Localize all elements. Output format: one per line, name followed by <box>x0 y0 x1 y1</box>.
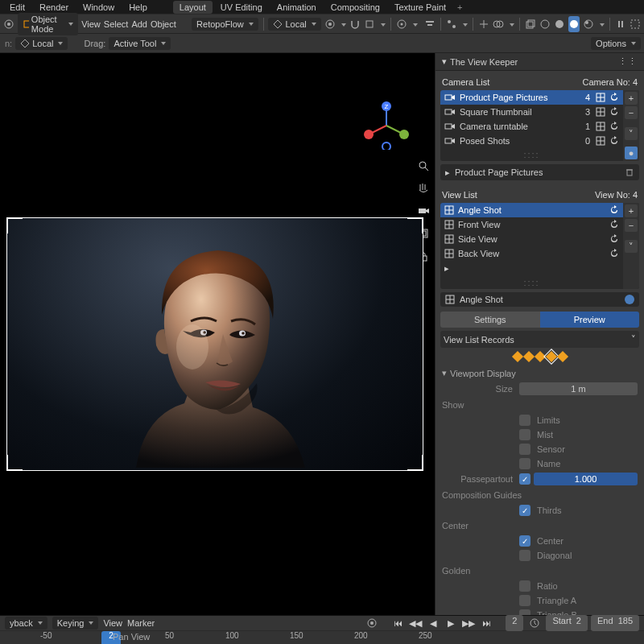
view-object-types-icon[interactable] <box>446 16 457 32</box>
camera-row[interactable]: Camera turntable1 <box>440 119 623 134</box>
play-reverse-icon[interactable]: ◀ <box>425 615 441 631</box>
next-key-icon[interactable]: ▶▶ <box>460 615 477 631</box>
play-icon[interactable]: ▸ <box>445 167 450 178</box>
add-button[interactable]: + <box>625 204 638 217</box>
autokey-icon[interactable] <box>364 615 380 631</box>
center-checkbox[interactable] <box>519 535 530 547</box>
shading-material-icon[interactable] <box>568 16 580 32</box>
current-frame-field[interactable]: 2 <box>506 615 523 631</box>
zoom-icon[interactable] <box>415 158 431 174</box>
active-dot[interactable] <box>625 295 634 304</box>
panel-menu-icon[interactable]: ⋮⋮ <box>618 56 638 67</box>
tab-preview[interactable]: Preview <box>540 312 640 328</box>
jump-end-icon[interactable]: ⏭ <box>478 615 494 631</box>
render-region-icon[interactable] <box>630 16 641 32</box>
workspace-compositing[interactable]: Compositing <box>324 1 386 14</box>
start-frame-field[interactable]: Start 2 <box>546 615 587 631</box>
list-grip[interactable]: :::: <box>440 148 623 161</box>
refresh-icon[interactable] <box>609 220 619 229</box>
view-row[interactable]: Back View <box>440 246 623 261</box>
passepartout-checkbox[interactable] <box>519 473 530 485</box>
size-field[interactable]: 1 m <box>519 382 638 395</box>
workspace-texturepaint[interactable]: Texture Paint <box>388 1 452 14</box>
refresh-icon[interactable] <box>609 136 619 146</box>
proportional-icon[interactable] <box>396 16 407 32</box>
drag-dropdown[interactable]: Active Tool <box>109 37 171 50</box>
end-frame-field[interactable]: End 185 <box>591 615 639 631</box>
thirds-checkbox[interactable] <box>519 505 530 516</box>
shading-wireframe-icon[interactable] <box>539 16 551 32</box>
view-row[interactable]: Angle Shot <box>440 203 623 217</box>
ratio-checkbox[interactable] <box>519 580 530 592</box>
specials-menu[interactable]: ˅ <box>625 127 638 140</box>
clock-icon[interactable] <box>526 615 543 631</box>
list-grip[interactable]: :::: <box>440 276 623 289</box>
pan-icon[interactable] <box>415 180 431 196</box>
filter-icon[interactable] <box>424 16 436 32</box>
mode-dropdown[interactable]: Object Mode <box>18 13 78 35</box>
camera-row[interactable]: Product Page Pictures4 <box>440 90 623 105</box>
retopoflow-dropdown[interactable]: RetopoFlow <box>192 18 258 31</box>
tab-settings[interactable]: Settings <box>440 312 540 328</box>
keyframe[interactable] <box>556 351 568 362</box>
refresh-icon[interactable] <box>609 107 619 117</box>
prev-key-icon[interactable]: ◀◀ <box>407 615 423 631</box>
keyframe[interactable] <box>534 351 545 362</box>
xray-icon[interactable] <box>524 16 535 32</box>
shading-solid-icon[interactable] <box>554 16 565 32</box>
refresh-icon[interactable] <box>609 93 619 102</box>
navigation-gizmo[interactable]: Z <box>362 101 411 150</box>
diagonal-checkbox[interactable] <box>519 550 530 561</box>
camera-row[interactable]: Square Thumbnail3 <box>440 105 623 119</box>
gizmos-icon[interactable] <box>478 16 489 32</box>
viewport-3d[interactable]: Z <box>0 53 435 615</box>
camera-row[interactable]: Posed Shots0 <box>440 134 623 148</box>
remove-button[interactable]: − <box>625 219 638 232</box>
shading-rendered-icon[interactable] <box>583 16 594 32</box>
workspace-layout[interactable]: Layout <box>173 1 213 14</box>
keyframe[interactable] <box>522 351 534 362</box>
view-menu[interactable]: View <box>81 19 101 29</box>
mist-checkbox[interactable] <box>519 429 530 440</box>
triangle-b-checkbox[interactable] <box>519 609 530 615</box>
keying-dropdown[interactable]: Keying <box>52 617 99 630</box>
timeline-marker-menu[interactable]: Marker <box>127 618 155 628</box>
snap-target-icon[interactable] <box>364 16 375 32</box>
viewport-display-header[interactable]: ▾ Viewport Display <box>440 365 639 381</box>
refresh-icon[interactable] <box>609 122 619 131</box>
refresh-icon[interactable] <box>609 234 619 244</box>
records-header[interactable]: View List Records˅ <box>440 331 639 348</box>
specials-menu[interactable]: ˅ <box>625 240 638 253</box>
refresh-icon[interactable] <box>609 249 619 258</box>
pivot-icon[interactable] <box>324 16 336 32</box>
orientation-dropdown[interactable]: Local <box>268 18 320 31</box>
menu-render[interactable]: Render <box>33 1 75 14</box>
jump-start-icon[interactable]: ⏮ <box>390 615 406 631</box>
orient2-dropdown[interactable]: Local <box>15 37 68 50</box>
workspace-animation[interactable]: Animation <box>270 1 323 14</box>
keyframe[interactable] <box>511 351 522 362</box>
camera-view-icon[interactable] <box>415 203 431 219</box>
editor-type-icon[interactable] <box>3 16 14 32</box>
record-dot[interactable]: ● <box>625 147 638 159</box>
view-row[interactable]: Front View <box>440 217 623 232</box>
view-row[interactable]: Side View <box>440 232 623 246</box>
trash-icon[interactable] <box>625 167 634 178</box>
name-checkbox[interactable] <box>519 458 530 469</box>
play-icon[interactable]: ▶ <box>443 615 459 631</box>
overlays-icon[interactable] <box>493 16 504 32</box>
add-menu[interactable]: Add <box>131 19 147 29</box>
keyframe[interactable] <box>545 351 556 362</box>
add-button[interactable]: + <box>625 92 638 105</box>
add-workspace-button[interactable]: + <box>457 2 462 12</box>
passepartout-field[interactable]: 1.000 <box>534 473 638 485</box>
panel-title-row[interactable]: ▾ The View Keeper ⋮⋮ <box>436 53 644 71</box>
remove-button[interactable]: − <box>625 106 638 119</box>
menu-edit[interactable]: Edit <box>3 1 31 14</box>
sensor-checkbox[interactable] <box>519 444 530 455</box>
limits-checkbox[interactable] <box>519 415 530 426</box>
select-menu[interactable]: Select <box>104 19 129 29</box>
workspace-uvediting[interactable]: UV Editing <box>214 1 269 14</box>
timeline-view-menu[interactable]: View <box>103 618 122 628</box>
refresh-icon[interactable] <box>609 205 619 215</box>
